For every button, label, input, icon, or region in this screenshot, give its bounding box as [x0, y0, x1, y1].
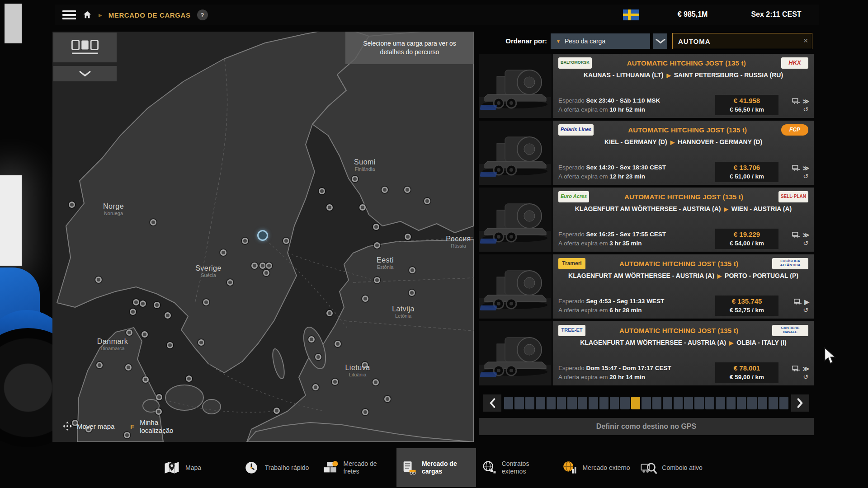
- city-marker[interactable]: [404, 187, 410, 193]
- set-gps-destination-button[interactable]: Definir como destino no GPS: [479, 418, 814, 435]
- city-marker[interactable]: [251, 263, 258, 269]
- page-square[interactable]: [504, 397, 513, 409]
- nav-item-active-convoy[interactable]: Comboio ativo: [635, 448, 714, 487]
- city-marker[interactable]: [312, 384, 319, 390]
- page-square[interactable]: [705, 397, 714, 409]
- page-square[interactable]: [547, 397, 556, 409]
- city-marker[interactable]: [274, 408, 280, 414]
- city-marker[interactable]: [335, 341, 341, 347]
- collapse-map-controls-button[interactable]: [53, 66, 117, 81]
- page-square[interactable]: [663, 397, 672, 409]
- next-page-button[interactable]: [791, 394, 809, 412]
- city-marker[interactable]: [384, 396, 391, 402]
- page-square[interactable]: [536, 397, 545, 409]
- page-square[interactable]: [684, 397, 693, 409]
- city-marker[interactable]: [242, 238, 248, 244]
- page-square[interactable]: [525, 397, 534, 409]
- page-square[interactable]: [589, 397, 598, 409]
- city-marker[interactable]: [409, 290, 415, 296]
- nav-item-external-contracts[interactable]: Contratos externos: [476, 448, 556, 487]
- city-marker[interactable]: [382, 187, 388, 193]
- city-marker[interactable]: [319, 188, 325, 194]
- city-marker[interactable]: [405, 234, 411, 240]
- city-marker[interactable]: [124, 432, 130, 438]
- page-square[interactable]: [726, 397, 736, 409]
- city-marker[interactable]: [69, 202, 75, 208]
- city-marker[interactable]: [96, 362, 103, 368]
- city-marker[interactable]: [424, 198, 430, 204]
- page-square[interactable]: [567, 397, 576, 409]
- city-marker[interactable]: [362, 409, 368, 415]
- city-marker[interactable]: [332, 379, 338, 385]
- page-square[interactable]: [610, 397, 619, 409]
- city-marker[interactable]: [409, 267, 415, 273]
- city-marker[interactable]: [308, 336, 315, 343]
- nav-item-quick-job[interactable]: Trabalho rápido: [238, 448, 317, 487]
- city-marker[interactable]: [227, 279, 233, 286]
- city-marker[interactable]: [95, 277, 102, 283]
- cargo-card[interactable]: TREE-ET AUTOMATIC HITCHING JOST (135 t) …: [479, 321, 814, 385]
- city-marker[interactable]: [266, 263, 272, 269]
- page-square-active[interactable]: [631, 397, 640, 409]
- city-marker[interactable]: [374, 277, 380, 283]
- city-marker[interactable]: [156, 394, 162, 400]
- nav-item-external-market[interactable]: Mercado externo: [556, 448, 635, 487]
- city-marker[interactable]: [186, 375, 192, 382]
- city-marker[interactable]: [373, 379, 379, 385]
- help-button[interactable]: ?: [197, 9, 208, 20]
- city-marker[interactable]: [283, 238, 289, 244]
- previous-page-button[interactable]: [483, 394, 501, 412]
- city-marker[interactable]: [373, 224, 379, 230]
- page-square[interactable]: [642, 397, 651, 409]
- page-square[interactable]: [758, 397, 767, 409]
- city-marker[interactable]: [150, 219, 156, 225]
- page-square[interactable]: [578, 397, 587, 409]
- page-square[interactable]: [620, 397, 629, 409]
- city-marker[interactable]: [130, 309, 136, 315]
- sort-dropdown[interactable]: ▼ Peso da carga: [551, 33, 650, 49]
- page-square[interactable]: [599, 397, 609, 409]
- city-marker[interactable]: [142, 331, 148, 338]
- city-marker[interactable]: [126, 329, 132, 336]
- city-marker[interactable]: [263, 270, 269, 276]
- cargo-card[interactable]: Euro Acres AUTOMATIC HITCHING JOST (135 …: [479, 188, 814, 252]
- city-marker[interactable]: [220, 249, 226, 256]
- city-marker[interactable]: [154, 302, 160, 308]
- page-square[interactable]: [694, 397, 703, 409]
- city-marker[interactable]: [362, 296, 368, 302]
- page-square[interactable]: [747, 397, 756, 409]
- city-marker[interactable]: [362, 362, 368, 368]
- page-square[interactable]: [769, 397, 778, 409]
- nav-item-map[interactable]: Mapa: [158, 448, 238, 487]
- city-marker[interactable]: [142, 376, 149, 383]
- page-square[interactable]: [737, 397, 746, 409]
- page-square[interactable]: [514, 397, 524, 409]
- map-view[interactable]: NorgeNoruegaSverigeSuéciaSuomiFinlândiaE…: [52, 32, 474, 442]
- city-marker[interactable]: [198, 339, 204, 346]
- city-marker[interactable]: [203, 299, 209, 305]
- trailer-overview-button[interactable]: [53, 33, 117, 62]
- page-square[interactable]: [674, 397, 683, 409]
- menu-icon[interactable]: [62, 10, 76, 19]
- cargo-card[interactable]: BALTOMORSK AUTOMATIC HITCHING JOST (135 …: [479, 54, 814, 118]
- home-icon[interactable]: [82, 10, 92, 20]
- city-marker[interactable]: [165, 312, 171, 319]
- city-marker[interactable]: [140, 300, 146, 307]
- city-marker[interactable]: [167, 342, 173, 348]
- city-marker[interactable]: [133, 299, 139, 305]
- page-square[interactable]: [716, 397, 725, 409]
- clear-search-icon[interactable]: ✕: [803, 37, 808, 44]
- page-square[interactable]: [779, 397, 788, 409]
- city-marker[interactable]: [259, 263, 266, 269]
- city-marker[interactable]: [125, 364, 132, 371]
- page-square[interactable]: [557, 397, 566, 409]
- cargo-card[interactable]: Trameri AUTOMATIC HITCHING JOST (135 t) …: [479, 254, 814, 319]
- city-marker[interactable]: [352, 176, 358, 182]
- city-marker[interactable]: [374, 242, 380, 249]
- city-marker[interactable]: [326, 204, 333, 211]
- city-marker[interactable]: [315, 354, 321, 360]
- city-marker[interactable]: [156, 408, 162, 415]
- search-input[interactable]: [672, 33, 812, 49]
- nav-item-freight-market[interactable]: Mercado de fretes: [317, 448, 396, 487]
- page-square[interactable]: [652, 397, 661, 409]
